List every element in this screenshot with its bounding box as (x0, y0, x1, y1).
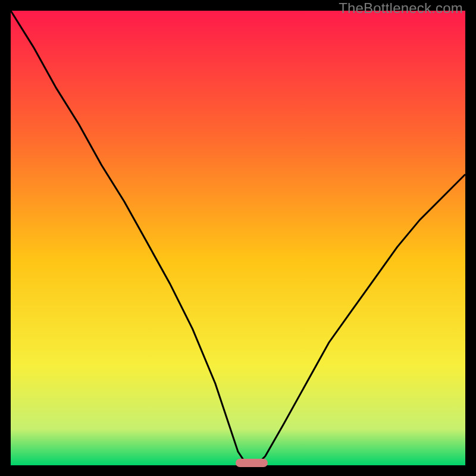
gradient-background (11, 11, 465, 465)
optimal-marker (236, 459, 267, 467)
chart-frame (11, 11, 465, 465)
bottleneck-plot (11, 11, 465, 465)
watermark-text: TheBottleneck.com (339, 0, 463, 17)
